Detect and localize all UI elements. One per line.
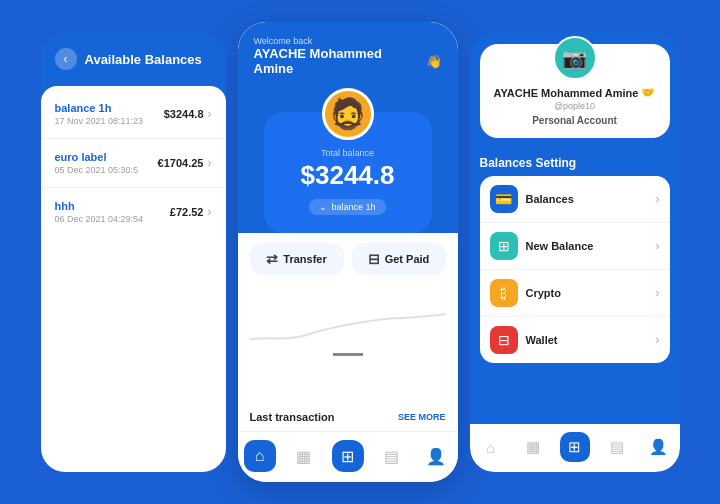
chart-svg bbox=[250, 289, 446, 349]
settings-item-icon: ⊟ bbox=[490, 326, 518, 354]
r-nav-stats[interactable]: ▦ bbox=[518, 432, 548, 462]
settings-chevron-icon: › bbox=[656, 286, 660, 300]
nav-card[interactable]: ▤ bbox=[376, 440, 408, 472]
r-nav-profile[interactable]: 👤 bbox=[644, 432, 674, 462]
settings-item-label: New Balance bbox=[526, 240, 656, 252]
settings-item-icon: 💳 bbox=[490, 185, 518, 213]
settings-item-label: Balances bbox=[526, 193, 656, 205]
mid-actions: ⇄ Transfer ⊟ Get Paid bbox=[238, 233, 458, 285]
profile-name: AYACHE Mohammed Amine 🤝 bbox=[494, 86, 656, 99]
transfer-icon: ⇄ bbox=[266, 251, 278, 267]
balance-amount: £72.52 bbox=[170, 206, 204, 218]
last-tx-label: Last transaction bbox=[250, 411, 335, 423]
mid-footer: Last transaction SEE MORE bbox=[238, 403, 458, 431]
settings-item-label: Wallet bbox=[526, 334, 656, 346]
profile-card: 📷 AYACHE Mohammed Amine 🤝 @pople10 Perso… bbox=[480, 44, 670, 138]
nav-home[interactable]: ⌂ bbox=[244, 440, 276, 472]
left-panel-header: ‹ Available Balances bbox=[41, 32, 226, 86]
total-balance-amount: $3244.8 bbox=[278, 160, 418, 191]
nav-scan[interactable]: ⊞ bbox=[332, 440, 364, 472]
balance-label: euro label bbox=[55, 151, 139, 163]
mid-nav: ⌂ ▦ ⊞ ▤ 👤 bbox=[238, 431, 458, 482]
back-button[interactable]: ‹ bbox=[55, 48, 77, 70]
settings-item-icon: ⊞ bbox=[490, 232, 518, 260]
left-panel-title: Available Balances bbox=[85, 52, 202, 67]
welcome-text: Welcome back bbox=[254, 36, 442, 46]
r-nav-card[interactable]: ▤ bbox=[602, 432, 632, 462]
balance-date: 05 Dec 2021 05:30:5 bbox=[55, 165, 139, 175]
mid-username: AYACHE Mohammed Amine 👋 bbox=[254, 46, 442, 76]
settings-item[interactable]: 💳 Balances › bbox=[480, 176, 670, 223]
balances-list: balance 1h 17 Nov 2021 08:11:23 $3244.8 … bbox=[41, 86, 226, 472]
settings-item[interactable]: ⊟ Wallet › bbox=[480, 317, 670, 363]
balance-label: hhh bbox=[55, 200, 144, 212]
chart-handle bbox=[333, 353, 363, 356]
mid-top: Welcome back AYACHE Mohammed Amine 👋 🧔 T… bbox=[238, 22, 458, 233]
settings-chevron-icon: › bbox=[656, 333, 660, 347]
profile-avatar: 📷 bbox=[553, 36, 597, 80]
profile-type: Personal Account bbox=[532, 115, 617, 126]
mid-panel: Welcome back AYACHE Mohammed Amine 👋 🧔 T… bbox=[238, 22, 458, 482]
balance-amount: $3244.8 bbox=[164, 108, 204, 120]
balance-date: 17 Nov 2021 08:11:23 bbox=[55, 116, 144, 126]
avatar-container: 🧔 bbox=[254, 88, 442, 140]
chevron-right-icon: › bbox=[208, 205, 212, 219]
settings-item-label: Crypto bbox=[526, 287, 656, 299]
balance-item[interactable]: balance 1h 17 Nov 2021 08:11:23 $3244.8 … bbox=[41, 90, 226, 139]
balance-item[interactable]: euro label 05 Dec 2021 05:30:5 €1704.25 … bbox=[41, 139, 226, 188]
settings-chevron-icon: › bbox=[656, 239, 660, 253]
total-balance-label: Total balance bbox=[278, 148, 418, 158]
nav-stats[interactable]: ▦ bbox=[288, 440, 320, 472]
settings-chevron-icon: › bbox=[656, 192, 660, 206]
r-nav-home[interactable]: ⌂ bbox=[476, 432, 506, 462]
balance-date: 06 Dec 2021 04:29:54 bbox=[55, 214, 144, 224]
balance-label: balance 1h bbox=[55, 102, 144, 114]
settings-title: Balances Setting bbox=[480, 156, 670, 170]
r-nav-scan[interactable]: ⊞ bbox=[560, 432, 590, 462]
see-more-link[interactable]: SEE MORE bbox=[398, 412, 446, 422]
settings-section: Balances Setting 💳 Balances › ⊞ New Bala… bbox=[470, 148, 680, 424]
balance-tag[interactable]: ⌄ balance 1h bbox=[309, 199, 385, 215]
right-nav: ⌂ ▦ ⊞ ▤ 👤 bbox=[470, 424, 680, 472]
profile-handle: @pople10 bbox=[554, 101, 595, 111]
settings-item[interactable]: ⊞ New Balance › bbox=[480, 223, 670, 270]
balance-item[interactable]: hhh 06 Dec 2021 04:29:54 £72.52 › bbox=[41, 188, 226, 236]
right-panel: 📷 AYACHE Mohammed Amine 🤝 @pople10 Perso… bbox=[470, 32, 680, 472]
settings-item-icon: ₿ bbox=[490, 279, 518, 307]
settings-list: 💳 Balances › ⊞ New Balance › ₿ Crypto › … bbox=[480, 176, 670, 363]
chart-area bbox=[238, 285, 458, 403]
get-paid-button[interactable]: ⊟ Get Paid bbox=[352, 243, 446, 275]
chevron-right-icon: › bbox=[208, 156, 212, 170]
avatar: 🧔 bbox=[322, 88, 374, 140]
chevron-right-icon: › bbox=[208, 107, 212, 121]
nav-profile[interactable]: 👤 bbox=[420, 440, 452, 472]
settings-item[interactable]: ₿ Crypto › bbox=[480, 270, 670, 317]
qr-icon: ⊟ bbox=[368, 251, 380, 267]
left-panel: ‹ Available Balances balance 1h 17 Nov 2… bbox=[41, 32, 226, 472]
balance-amount: €1704.25 bbox=[158, 157, 204, 169]
transfer-button[interactable]: ⇄ Transfer bbox=[250, 243, 344, 275]
